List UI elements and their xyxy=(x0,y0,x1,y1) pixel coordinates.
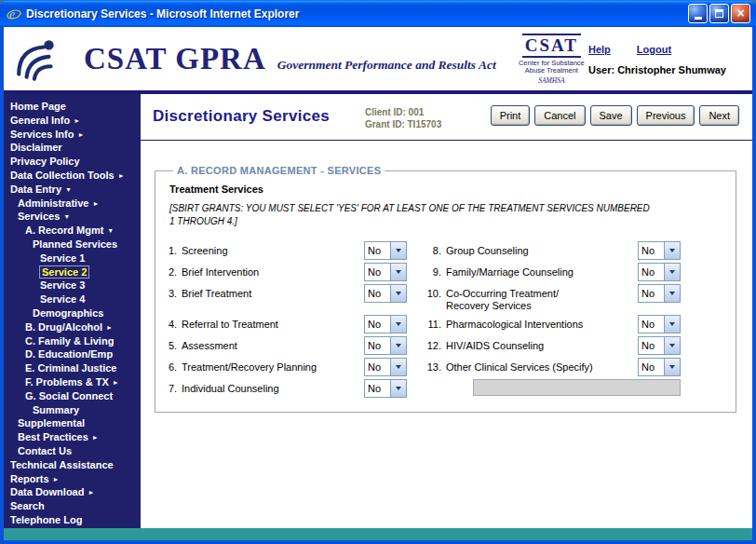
service-number: 8. xyxy=(421,241,441,260)
help-link[interactable]: Help xyxy=(588,44,611,55)
chevron-down-icon[interactable] xyxy=(390,285,406,302)
sidebar-item-general-info[interactable]: General Info► xyxy=(4,114,141,128)
service-cell: 13.Other Clinical Services (Specify)No xyxy=(421,358,681,376)
service-number: 2. xyxy=(169,263,182,281)
sidebar-item-service-4[interactable]: Service 4 xyxy=(4,292,141,306)
sidebar-item-data-entry[interactable]: Data Entry▼ xyxy=(4,183,141,197)
service-cell: 8.Group CounselingNo xyxy=(421,241,681,260)
sidebar-item-e-criminal-justice[interactable]: E. Criminal Justice xyxy=(4,361,141,375)
service-cell: 12.HIV/AIDS CounselingNo xyxy=(421,336,681,355)
sidebar-item-best-practices[interactable]: Best Practices► xyxy=(4,430,141,444)
sidebar-item-privacy-policy[interactable]: Privacy Policy xyxy=(4,155,141,169)
sidebar-item-summary[interactable]: Summary xyxy=(4,403,141,417)
chevron-down-icon[interactable] xyxy=(390,359,406,375)
sidebar-item-label: Service 2 xyxy=(40,266,88,278)
service-number: 10. xyxy=(421,284,441,303)
title-bar[interactable]: e Discretionary Services - Microsoft Int… xyxy=(0,0,756,27)
service-number: 1. xyxy=(169,241,182,260)
sidebar-item-supplemental[interactable]: Supplemental xyxy=(4,416,141,430)
chevron-down-icon[interactable] xyxy=(390,316,406,333)
app-header: CSAT GPRA Government Performance and Res… xyxy=(4,27,752,90)
select-value: No xyxy=(365,316,390,333)
sidebar-item-label: Technical Assistance xyxy=(10,459,114,470)
brief-treatment-select[interactable]: No xyxy=(364,284,407,303)
sidebar-item-label: Summary xyxy=(33,404,79,415)
sidebar-item-service-2[interactable]: Service 2 xyxy=(4,265,141,279)
print-button[interactable]: Print xyxy=(491,105,531,126)
referral-to-treatment-select[interactable]: No xyxy=(364,315,407,333)
screening-select[interactable]: No xyxy=(364,241,407,260)
sidebar-item-a-record-mgmt[interactable]: A. Record Mgmt▼ xyxy=(4,224,141,238)
sidebar-item-reports[interactable]: Reports► xyxy=(4,472,141,486)
chevron-down-icon[interactable] xyxy=(390,380,406,397)
chevron-down-icon[interactable] xyxy=(664,242,680,259)
sidebar-item-search[interactable]: Search xyxy=(4,499,141,513)
sidebar-item-disclaimer[interactable]: Disclaimer xyxy=(4,141,141,155)
maximize-button[interactable] xyxy=(709,4,729,23)
individual-counseling-select[interactable]: No xyxy=(364,379,407,398)
treatment-recovery-planning-select[interactable]: No xyxy=(364,358,407,376)
sidebar-item-demographics[interactable]: Demographics xyxy=(4,306,141,320)
chevron-down-icon[interactable] xyxy=(664,285,680,302)
logout-link[interactable]: Logout xyxy=(637,44,671,55)
sidebar-item-home-page[interactable]: Home Page xyxy=(4,100,141,114)
sbirt-note: [SBIRT GRANTS: YOU MUST SELECT 'YES' FOR… xyxy=(169,202,722,228)
previous-button[interactable]: Previous xyxy=(637,105,695,126)
sidebar-item-services[interactable]: Services▼ xyxy=(4,210,141,224)
service-cell xyxy=(421,379,681,396)
minimize-button[interactable] xyxy=(688,4,708,23)
chevron-right-icon: ► xyxy=(74,117,80,124)
service-cell: 4.Referral to TreatmentNo xyxy=(169,315,407,333)
sidebar-item-f-problems-tx[interactable]: F. Problems & TX► xyxy=(4,375,141,389)
sidebar-item-service-3[interactable]: Service 3 xyxy=(4,279,141,292)
chevron-down-icon[interactable] xyxy=(390,242,406,259)
brief-intervention-select[interactable]: No xyxy=(364,263,407,281)
select-value: No xyxy=(639,285,664,302)
sidebar-item-planned-services[interactable]: Planned Services xyxy=(4,238,141,252)
save-button[interactable]: Save xyxy=(590,105,632,126)
service-label: HIV/AIDS Counseling xyxy=(446,336,638,352)
chevron-down-icon[interactable] xyxy=(390,337,406,354)
cancel-button[interactable]: Cancel xyxy=(534,105,585,126)
sidebar-item-contact-us[interactable]: Contact Us xyxy=(4,444,141,458)
chevron-right-icon: ► xyxy=(92,200,99,207)
co-occurring-treatment-select[interactable]: No xyxy=(638,284,681,303)
internet-explorer-icon: e xyxy=(7,7,21,21)
content-row: Home PageGeneral Info►Services Info►Disc… xyxy=(4,94,752,528)
sidebar-item-d-education-emp[interactable]: D. Education/Emp xyxy=(4,347,141,361)
chevron-down-icon[interactable] xyxy=(664,337,680,354)
service-number: 13. xyxy=(421,358,441,376)
sidebar-item-label: Data Entry xyxy=(10,184,61,195)
service-label: Individual Counseling xyxy=(182,379,364,395)
group-counseling-select[interactable]: No xyxy=(638,241,681,260)
chevron-down-icon[interactable] xyxy=(664,359,680,375)
main-header: Discretionary Services Client ID: 001 Gr… xyxy=(153,100,739,130)
sidebar-item-data-collection-tools[interactable]: Data Collection Tools► xyxy=(4,169,141,183)
family-marriage-counseling-select[interactable]: No xyxy=(638,263,681,281)
maximize-icon xyxy=(715,9,723,18)
sidebar-item-technical-assistance[interactable]: Technical Assistance xyxy=(4,458,141,472)
chevron-down-icon[interactable] xyxy=(664,264,680,280)
sidebar-item-administrative[interactable]: Administrative► xyxy=(4,197,141,211)
assessment-select[interactable]: No xyxy=(364,336,407,355)
other-clinical-services-specify-select[interactable]: No xyxy=(638,358,681,376)
sidebar-item-g-social-connect[interactable]: G. Social Connect xyxy=(4,389,141,403)
chevron-down-icon[interactable] xyxy=(390,264,406,280)
pharmacological-interventions-select[interactable]: No xyxy=(638,315,681,333)
chevron-down-icon[interactable] xyxy=(664,316,680,333)
window-title: Discretionary Services - Microsoft Inter… xyxy=(26,7,688,20)
select-value: No xyxy=(639,242,664,259)
sidebar-item-telephone-log[interactable]: Telephone Log xyxy=(4,513,141,527)
sidebar-item-c-family-living[interactable]: C. Family & Living xyxy=(4,334,141,348)
next-button[interactable]: Next xyxy=(699,105,739,126)
close-icon: × xyxy=(736,7,744,20)
svg-text:e: e xyxy=(9,7,15,21)
hiv-aids-counseling-select[interactable]: No xyxy=(638,336,681,355)
sidebar-item-label: Contact Us xyxy=(18,445,72,456)
sidebar-item-b-drug-alcohol[interactable]: B. Drug/Alcohol► xyxy=(4,320,141,334)
sidebar-item-services-info[interactable]: Services Info► xyxy=(4,128,141,142)
close-button[interactable]: × xyxy=(731,4,750,23)
sidebar-item-service-1[interactable]: Service 1 xyxy=(4,252,141,265)
page-title: Discretionary Services xyxy=(153,107,330,126)
sidebar-item-data-download[interactable]: Data Download► xyxy=(4,485,141,499)
